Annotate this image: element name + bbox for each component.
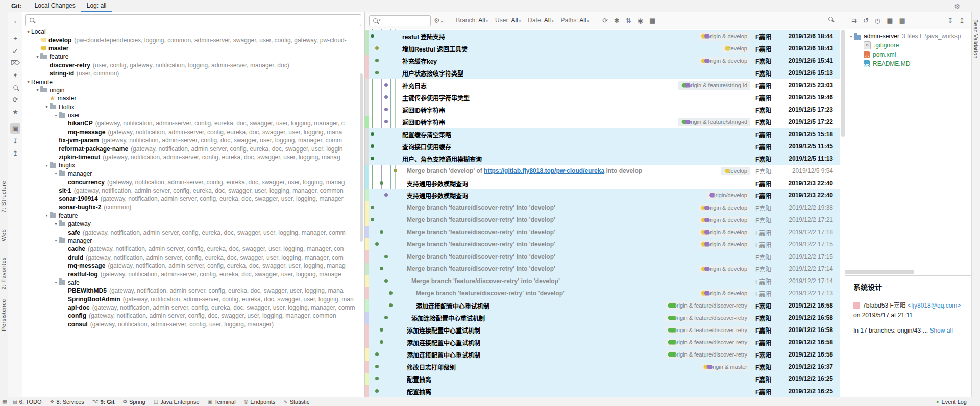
toolwindow-button-terminal[interactable]: ▣Terminal xyxy=(208,399,236,405)
toolwindow-button-endpoints[interactable]: ◎Endpoints xyxy=(244,399,276,405)
branch-label[interactable]: origin & feature/discover-retry xyxy=(665,301,750,310)
commit-row[interactable]: Merge branch 'feature/discover-retry' in… xyxy=(365,214,840,226)
branch-label[interactable]: origin & master xyxy=(700,363,750,371)
commit-row[interactable]: 配置缓存清空策略F嘉阳2019/12/5 15:18 xyxy=(365,128,840,140)
branch-tree-item-remote[interactable]: ▾Remote xyxy=(22,78,359,86)
log-search[interactable]: ▾ xyxy=(369,15,431,26)
add-icon[interactable]: + xyxy=(10,33,20,43)
hide-icon[interactable]: — xyxy=(966,3,973,10)
branch-tree-item-pbewithmd5[interactable]: PBEWithMD5(gateway, notification, admin-… xyxy=(22,287,359,295)
branch-label[interactable]: develop xyxy=(721,167,750,175)
stripe-button-bean-validation[interactable]: Bean Validation xyxy=(973,19,979,58)
rollback-icon[interactable]: ↺ xyxy=(863,17,869,24)
stripe-button-persistence[interactable]: Persistence xyxy=(1,299,7,331)
stripe-button-7-structure[interactable]: 7: Structure xyxy=(1,181,7,213)
commit-node[interactable] xyxy=(375,389,379,393)
commit-row[interactable]: resful 登陆支持origin & developF嘉阳2019/12/6 … xyxy=(365,30,840,42)
commit-node[interactable] xyxy=(384,120,388,123)
commit-node[interactable] xyxy=(380,328,383,332)
branch-tree-item-hikaricp[interactable]: hikariCP(gateway, notification, admin-se… xyxy=(22,119,359,128)
branch-label[interactable]: origin & develop xyxy=(698,240,750,249)
checkout-icon[interactable]: ↙ xyxy=(10,45,20,56)
commit-node[interactable] xyxy=(375,365,379,368)
commit-row[interactable]: 修改日志打印级别origin & masterF嘉阳2019/12/2 16:3… xyxy=(365,361,840,373)
file-row-gitignore[interactable]: ⊘.gitignore xyxy=(848,41,971,50)
file-row-pom-xml[interactable]: <>pom.xml xyxy=(848,50,971,59)
chevron-down-icon[interactable]: ▾ xyxy=(53,238,59,243)
commit-message-link[interactable]: https://gitlab.fjy8018.top/pw-cloud/eure… xyxy=(484,167,604,174)
favorite-icon[interactable]: ★ xyxy=(10,107,20,117)
toolwindow-button-9-git[interactable]: ⌥9: Git xyxy=(92,399,115,405)
toolwindow-button-java-enterprise[interactable]: ◫Java Enterprise xyxy=(154,399,200,405)
commit-node[interactable] xyxy=(384,83,388,87)
branch-label[interactable]: origin & develop xyxy=(698,289,750,298)
chevron-down-icon[interactable]: ▾ xyxy=(35,55,40,59)
branch-tree-item-string-id[interactable]: string-id(user, common) xyxy=(22,69,359,78)
commit-hash[interactable]: 7bfabd53 xyxy=(863,302,888,309)
commit-row[interactable]: 添加连接配置中心重试机制origin & feature/discover-re… xyxy=(365,299,840,312)
commit-node[interactable] xyxy=(375,352,379,356)
author-email-link[interactable]: <fjy8018@qq.com> xyxy=(908,302,961,309)
commit-node[interactable] xyxy=(375,71,379,74)
branch-tree-item-feature[interactable]: ▾feature xyxy=(22,212,359,220)
branch-search[interactable] xyxy=(25,14,361,26)
horizontal-scrollbar[interactable] xyxy=(845,270,914,274)
commit-row[interactable]: 返回ID转字符串origin & feature/string-idF嘉阳201… xyxy=(365,116,840,128)
chevron-down-icon[interactable]: ▾ xyxy=(53,280,59,285)
commit-row[interactable]: Merge branch 'feature/discover-retry' in… xyxy=(365,201,840,214)
branch-tree-item-feature[interactable]: ▾feature xyxy=(22,53,359,61)
commit-row[interactable]: 补充日志origin & feature/string-idF嘉阳2019/12… xyxy=(365,79,840,91)
commit-row[interactable]: 查询接口使用缓存F嘉阳2019/12/5 11:45 xyxy=(365,140,840,153)
commit-node[interactable] xyxy=(371,132,374,136)
filter-branch[interactable]: Branch: All▾ xyxy=(456,17,488,24)
group-by-icon[interactable]: ▦ xyxy=(887,17,893,24)
commit-row[interactable]: 添加连接配置中心重试机制origin & feature/discover-re… xyxy=(365,324,840,336)
search-history-arrow-icon[interactable]: ▾ xyxy=(379,18,381,22)
branch-tree-item-sonar-bugfix-2[interactable]: sonar-bugfix-2(common) xyxy=(22,203,359,211)
branch-tree-item-master[interactable]: ★master xyxy=(22,94,359,103)
commit-node[interactable] xyxy=(371,34,374,38)
cherry-pick-icon[interactable]: ✦ xyxy=(10,70,20,80)
commit-row[interactable]: 返回ID转字符串F嘉阳2019/12/5 17:23 xyxy=(365,104,840,116)
branch-tree-item-discover-retry[interactable]: discover-retry(user, config, gateway, no… xyxy=(22,61,359,69)
branch-label[interactable]: origin & develop xyxy=(698,216,750,224)
commit-node[interactable] xyxy=(375,59,379,62)
back-icon[interactable]: ‹ xyxy=(10,16,20,27)
toolwindow-button-spring[interactable]: ✿Spring xyxy=(123,399,145,405)
branch-tree-scrollbar[interactable] xyxy=(360,73,363,242)
commit-row[interactable]: Merge branch 'feature/discover-retry' in… xyxy=(365,238,840,250)
history-icon[interactable]: ◷ xyxy=(875,17,880,24)
branch-tree-item-api-doc[interactable]: api-doc(gateway, notification, admin-ser… xyxy=(22,303,359,312)
expand-all-icon[interactable]: ↧ xyxy=(10,136,20,146)
branch-tree-item-sonar-190914[interactable]: sonar-190914(gateway, notification, admi… xyxy=(22,195,359,203)
filter-paths[interactable]: Paths: All▾ xyxy=(560,17,589,24)
toolwindow-button-statistic[interactable]: ∿Statistic xyxy=(283,399,309,405)
commit-row[interactable]: 用户状态接收字符类型F嘉阳2019/12/6 15:13 xyxy=(365,67,840,79)
settings-icon[interactable]: ⚙ xyxy=(954,3,960,10)
branch-tree-item-local[interactable]: ▾Local xyxy=(22,28,359,36)
cherry-pick-icon[interactable]: ⇉ xyxy=(851,17,857,24)
branch-tree-item-concurrency[interactable]: concurrency(gateway, notification, admin… xyxy=(22,178,359,186)
branch-tree-item-mq-message[interactable]: mq-message(gateway, notification, admin-… xyxy=(22,128,359,136)
refresh-icon[interactable]: ⟳ xyxy=(602,17,608,24)
delete-icon[interactable]: ⌦ xyxy=(10,58,20,68)
branch-label[interactable]: origin & feature/discover-retry xyxy=(665,338,750,347)
branch-label[interactable]: origin & develop xyxy=(698,57,750,65)
chevron-down-icon[interactable]: ▾ xyxy=(44,105,50,109)
commit-row[interactable]: Merge branch 'develop' of https://gitlab… xyxy=(365,165,840,177)
branch-tree-item-reformat-package-name[interactable]: reformat-package-name(gateway, notificat… xyxy=(22,144,359,153)
commit-node[interactable] xyxy=(384,255,388,258)
commit-node[interactable] xyxy=(384,193,388,197)
commit-node[interactable] xyxy=(384,95,388,99)
commit-row[interactable]: Merge branch 'feature/discover-retry' in… xyxy=(365,287,840,299)
branch-tree-item-manager[interactable]: ▾manager xyxy=(22,237,359,245)
branch-label[interactable]: origin/develop xyxy=(706,191,751,200)
filter-user[interactable]: User: All▾ xyxy=(495,17,521,24)
commit-row[interactable]: 添加连接配置中心重试机制origin & feature/discover-re… xyxy=(365,348,840,361)
sort-icon[interactable]: ⇅ xyxy=(626,17,631,24)
branch-tree-item-fix-jvm-param[interactable]: fix-jvm-param(gateway, notification, adm… xyxy=(22,136,359,144)
commit-row[interactable]: Merge branch 'feature/discover-retry' in… xyxy=(365,275,840,287)
branch-label[interactable]: origin & feature/string-id xyxy=(678,81,750,90)
branch-tree-item-manager[interactable]: ▾manager xyxy=(22,170,359,178)
chevron-down-icon[interactable]: ▾ xyxy=(848,34,854,39)
